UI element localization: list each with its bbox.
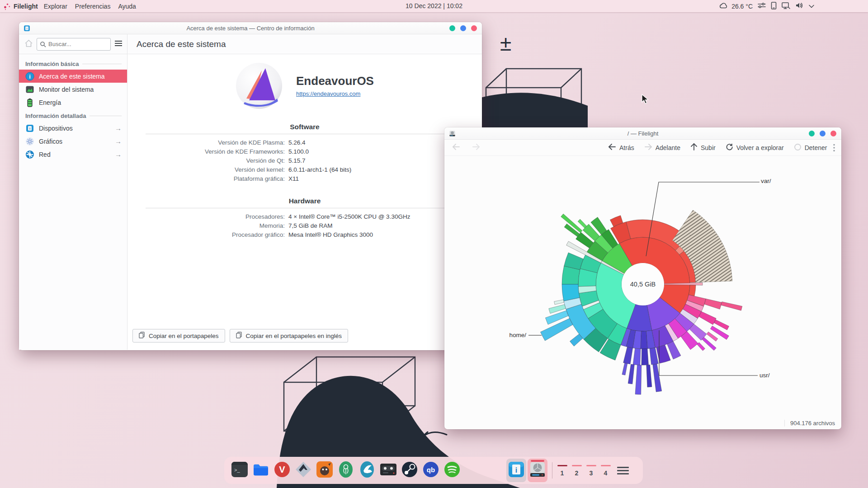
system-tray: 26.6 °C <box>719 0 815 12</box>
dock-app-file-manager[interactable] <box>251 459 271 482</box>
menu-item-explorar[interactable]: Explorar <box>44 3 67 10</box>
sunburst-segment[interactable] <box>622 363 627 375</box>
sidebar-item-red[interactable]: Red→ <box>19 148 127 161</box>
info-groups: SoftwareVersión de KDE Plasma:5.26.4Vers… <box>127 123 482 239</box>
dock-app-inkscape[interactable] <box>293 459 313 482</box>
dock-separator <box>552 462 552 479</box>
sidebar-item-dispositivos[interactable]: iDispositivos→ <box>19 122 127 135</box>
graphics-icon <box>25 137 34 146</box>
active-task-indicator <box>531 460 544 462</box>
sidebar-item-acerca-de-este-sistema[interactable]: iAcerca de este sistema <box>19 70 127 83</box>
dock-app-gimp[interactable] <box>315 459 335 482</box>
minimize-button[interactable] <box>809 131 815 136</box>
minimize-button[interactable] <box>449 25 455 31</box>
svg-text:>_: >_ <box>234 467 240 473</box>
home-icon[interactable] <box>24 39 33 49</box>
sidebar-item-monitor-del-sistema[interactable]: Monitor del sistema <box>19 83 127 96</box>
menu-item-preferencias[interactable]: Preferencias <box>75 3 111 10</box>
sunburst-segment[interactable] <box>689 285 696 296</box>
button-copiar-en-el-portapapeles[interactable]: Copiar en el portapapeles <box>132 329 225 343</box>
steam-icon <box>401 460 419 480</box>
info-row-label: Procesadores: <box>127 212 285 221</box>
search-input[interactable] <box>48 41 94 47</box>
virtual-desktop-pager: 1234 <box>557 465 611 476</box>
global-menu-app-name[interactable]: Filelight <box>14 3 38 10</box>
sunburst-segment[interactable] <box>633 348 641 365</box>
sunburst-segment[interactable] <box>707 332 718 341</box>
settings-sliders-icon[interactable] <box>758 2 766 10</box>
group-title: Software <box>127 123 482 131</box>
dock-app-steam[interactable] <box>400 459 420 482</box>
sunburst-segment[interactable] <box>540 319 573 341</box>
sunburst-segment[interactable] <box>641 331 647 349</box>
dock-app-spotify[interactable] <box>442 459 462 482</box>
disk-usage-sunburst[interactable]: var/usr/home/ 40,5 GiB <box>444 156 841 417</box>
sunburst-segment[interactable] <box>697 343 705 351</box>
sidebar-item-gr-ficos[interactable]: Gráficos→ <box>19 135 127 148</box>
maximize-button[interactable] <box>460 25 466 31</box>
filelight-window: / — Filelight AtrásAdelanteSubirVolver a… <box>444 127 841 429</box>
distro-url-link[interactable]: https://endeavouros.com <box>296 90 360 97</box>
sunburst-segment[interactable] <box>623 347 633 364</box>
infocenter-titlebar[interactable]: i Acerca de este sistema — Centro de inf… <box>19 22 482 34</box>
kdeconnect-phone-icon[interactable] <box>771 2 777 11</box>
dock-app-qbittorrent[interactable]: qb <box>421 459 441 482</box>
temperature-readout[interactable]: 26.6 °C <box>731 3 753 10</box>
desktop-pager-2[interactable]: 2 <box>571 465 582 476</box>
info-group-software: SoftwareVersión de KDE Plasma:5.26.4Vers… <box>127 123 482 183</box>
toolbar-button-atr-s[interactable]: Atrás <box>608 143 634 152</box>
devices-icon: i <box>25 124 34 133</box>
info-row-value: 4 × Intel® Core™ i5-2500K CPU @ 3.30GHz <box>288 212 410 221</box>
volume-icon[interactable] <box>795 2 803 10</box>
button-copiar-en-el-portapapeles-en-ingl-s[interactable]: Copiar en el portapapeles en inglés <box>230 329 348 343</box>
sunburst-segment[interactable] <box>704 299 722 309</box>
dock-app-squid-app[interactable] <box>336 459 356 482</box>
sunburst-segment[interactable] <box>642 349 649 365</box>
menu-item-ayuda[interactable]: Ayuda <box>118 3 136 10</box>
sunburst-segment[interactable] <box>635 365 642 394</box>
battery-icon <box>25 98 34 107</box>
sunburst-segment[interactable] <box>721 302 742 311</box>
sidebar-item-energ-a[interactable]: Energía <box>19 96 127 109</box>
stop-icon <box>794 143 802 152</box>
dock-app-terminal[interactable]: >_ <box>230 459 250 482</box>
toolbar-button-volver-a-explorar[interactable]: Volver a explorar <box>726 143 784 152</box>
dock-app-filelight[interactable] <box>528 459 547 482</box>
squid-app-icon <box>337 460 355 480</box>
sunburst-segment[interactable] <box>646 365 652 387</box>
overflow-menu-icon[interactable] <box>833 144 835 153</box>
dock-app-info-center[interactable]: i <box>506 459 526 482</box>
close-button[interactable] <box>471 25 477 31</box>
info-row: Procesadores:4 × Intel® Core™ i5-2500K C… <box>127 212 482 221</box>
sunburst-segment[interactable] <box>653 364 662 392</box>
sunburst-segment[interactable] <box>699 311 716 324</box>
dock-app-bird-app[interactable] <box>357 459 377 482</box>
weather-cloud-icon[interactable] <box>719 2 728 10</box>
search-box[interactable] <box>37 38 111 51</box>
dock-app-vivaldi[interactable]: V <box>272 459 292 482</box>
copy-icon <box>236 332 242 340</box>
filelight-titlebar[interactable]: / — Filelight <box>444 127 841 140</box>
desktop-pager-1[interactable]: 1 <box>557 465 567 476</box>
clock[interactable]: 10 Dec 2022 | 10:02 <box>406 0 462 12</box>
pager-activity-bar <box>586 465 596 467</box>
desktop-pager-3[interactable]: 3 <box>586 465 596 476</box>
dock-menu-icon[interactable] <box>617 467 629 474</box>
sidebar-toolbar <box>19 34 127 54</box>
svg-text:qb: qb <box>427 466 435 474</box>
file-count-status: 904.176 archivos <box>784 420 835 427</box>
infocenter-sidebar: Información básicaiAcerca de este sistem… <box>19 54 127 350</box>
sidebar-item-label: Red <box>39 151 51 158</box>
desktop-pager-4[interactable]: 4 <box>600 465 611 476</box>
sunburst-segment[interactable] <box>628 364 634 384</box>
chevron-down-icon[interactable] <box>808 3 815 10</box>
distro-logo-icon[interactable] <box>3 2 11 10</box>
maximize-button[interactable] <box>820 131 826 136</box>
toolbar-button-subir[interactable]: Subir <box>690 143 716 152</box>
dock-app-cassette-player[interactable] <box>378 459 398 482</box>
hamburger-menu-icon[interactable] <box>114 40 123 48</box>
display-device-icon[interactable] <box>782 2 790 10</box>
sunburst-segment[interactable] <box>554 300 564 305</box>
sunburst-segment[interactable] <box>578 219 587 228</box>
close-button[interactable] <box>830 131 836 136</box>
